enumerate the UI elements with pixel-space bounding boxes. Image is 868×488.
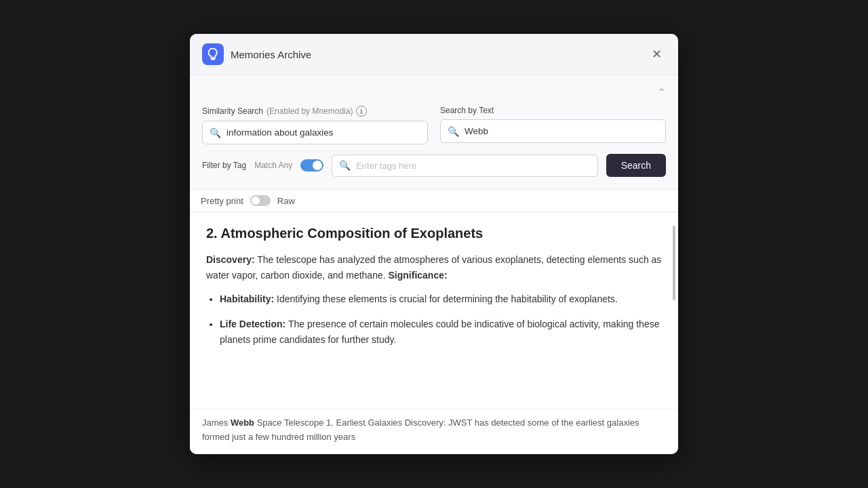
significance-label: Significance: bbox=[389, 270, 448, 281]
text-search-group: Search by Text 🔍 bbox=[440, 106, 666, 144]
text-search-label: Search by Text bbox=[440, 106, 666, 115]
raw-label: Raw bbox=[277, 196, 295, 206]
similarity-label: Similarity Search (Enabled by Mnemodia) … bbox=[202, 106, 428, 117]
modal-header: Memories Archive ✕ bbox=[190, 34, 678, 75]
info-icon[interactable]: ℹ bbox=[356, 106, 367, 117]
memories-archive-modal: Memories Archive ✕ ⌃ Similarity Search (… bbox=[190, 34, 678, 454]
snippet-highlight: Webb bbox=[231, 418, 254, 428]
collapse-button[interactable]: ⌃ bbox=[657, 86, 666, 99]
search-row: Similarity Search (Enabled by Mnemodia) … bbox=[202, 106, 666, 144]
tag-input[interactable] bbox=[356, 155, 590, 176]
life-detection-item: Life Detection: The presence of certain … bbox=[220, 317, 662, 348]
search-panel: ⌃ Similarity Search (Enabled by Mnemodia… bbox=[190, 75, 678, 190]
habitability-text: Identifying these elements is crucial fo… bbox=[277, 293, 618, 304]
significance-list: Habitability: Identifying these elements… bbox=[220, 291, 662, 348]
content-area: 2. Atmospheric Composition of Exoplanets… bbox=[190, 212, 678, 409]
life-detection-text: The presence of certain molecules could … bbox=[220, 319, 659, 345]
app-logo bbox=[202, 43, 224, 65]
habitability-item: Habitability: Identifying these elements… bbox=[220, 291, 662, 307]
pretty-raw-bar: Pretty print Raw bbox=[190, 190, 678, 212]
life-detection-label: Life Detection: bbox=[220, 319, 285, 329]
habitability-label: Habitability: bbox=[220, 293, 274, 304]
filter-row: Filter by Tag Match Any 🔍 Search bbox=[202, 154, 666, 177]
discovery-paragraph: Discovery: The telescope has analyzed th… bbox=[206, 252, 662, 283]
snippet-prefix: James bbox=[202, 418, 231, 428]
search-icon-2: 🔍 bbox=[448, 126, 459, 137]
results-snippet: James Webb Space Telescope 1. Earliest G… bbox=[190, 409, 678, 454]
snippet-suffix: Space Telescope 1. Earliest Galaxies Dis… bbox=[202, 418, 639, 442]
search-icon: 🔍 bbox=[210, 127, 221, 138]
scroll-indicator bbox=[673, 226, 675, 300]
modal-title: Memories Archive bbox=[231, 49, 640, 60]
match-any-toggle[interactable] bbox=[300, 159, 323, 171]
discovery-label: Discovery: bbox=[206, 254, 255, 265]
similarity-input-wrap: 🔍 bbox=[202, 121, 428, 144]
pretty-raw-toggle[interactable] bbox=[250, 195, 271, 206]
text-search-input[interactable] bbox=[465, 120, 658, 142]
tag-input-wrap: 🔍 bbox=[332, 155, 597, 177]
similarity-search-group: Similarity Search (Enabled by Mnemodia) … bbox=[202, 106, 428, 144]
filter-label: Filter by Tag bbox=[202, 161, 246, 170]
search-button[interactable]: Search bbox=[606, 154, 666, 177]
content-heading: 2. Atmospheric Composition of Exoplanets bbox=[206, 226, 662, 241]
tag-search-icon: 🔍 bbox=[339, 160, 351, 171]
text-input-wrap: 🔍 bbox=[440, 119, 666, 143]
similarity-search-input[interactable] bbox=[226, 121, 420, 144]
results-area: Pretty print Raw 2. Atmospheric Composit… bbox=[190, 190, 678, 454]
match-any-label: Match Any bbox=[254, 161, 292, 170]
pretty-print-label: Pretty print bbox=[201, 196, 243, 206]
close-button[interactable]: ✕ bbox=[647, 45, 666, 64]
